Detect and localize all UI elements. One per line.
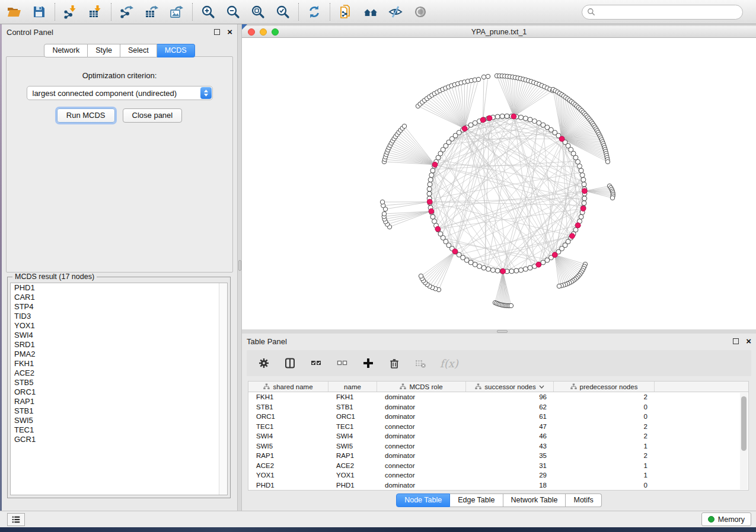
import-network-icon[interactable] — [62, 4, 79, 20]
tab-network-table[interactable]: Network Table — [503, 493, 566, 507]
cell-shared-name[interactable]: SWI4 — [248, 431, 328, 441]
create-column-plus-icon[interactable] — [362, 357, 375, 370]
mcds-result-item[interactable]: PMA2 — [11, 350, 227, 359]
cell-MCDS-role[interactable]: dominator — [377, 480, 466, 491]
table-scrollbar[interactable] — [740, 393, 748, 489]
run-mcds-button[interactable]: Run MCDS — [57, 108, 115, 123]
cell-MCDS-role[interactable]: connector — [377, 470, 466, 480]
cell-successor-nodes[interactable]: 31 — [466, 461, 554, 471]
column-header-shared-name[interactable]: shared name — [248, 382, 328, 392]
export-image-icon[interactable] — [168, 4, 185, 20]
search-input[interactable] — [599, 8, 738, 16]
float-panel-icon[interactable] — [733, 338, 739, 344]
column-header-MCDS-role[interactable]: MCDS role — [377, 382, 466, 392]
table-row[interactable]: YOX1YOX1connector291 — [248, 470, 748, 480]
cell-name[interactable]: FKH1 — [328, 392, 377, 402]
delete-column-trash-icon[interactable] — [388, 357, 401, 370]
cell-name[interactable]: SWI5 — [328, 441, 377, 451]
close-panel-button[interactable]: Close panel — [123, 108, 183, 123]
column-header-predecessor-nodes[interactable]: predecessor nodes — [554, 382, 655, 392]
cell-predecessor-nodes[interactable]: 0 — [554, 412, 655, 422]
cell-name[interactable]: YOX1 — [328, 470, 377, 480]
first-neighbors-icon[interactable] — [362, 4, 379, 20]
cell-predecessor-nodes[interactable]: 2 — [554, 431, 655, 441]
mcds-result-item[interactable]: CAR1 — [11, 293, 227, 302]
network-canvas[interactable] — [242, 38, 756, 329]
cell-shared-name[interactable]: ORC1 — [248, 412, 328, 422]
table-settings-gear-icon[interactable] — [257, 357, 270, 370]
mcds-result-item[interactable]: ACE2 — [11, 368, 227, 378]
float-panel-icon[interactable] — [214, 29, 220, 35]
panel-divider[interactable] — [237, 24, 242, 511]
zoom-out-icon[interactable] — [225, 4, 241, 20]
cell-successor-nodes[interactable]: 61 — [466, 412, 554, 422]
table-row[interactable]: RAP1RAP1dominator352 — [248, 451, 748, 461]
table-row[interactable]: SWI5SWI5connector431 — [248, 441, 748, 451]
cell-MCDS-role[interactable]: dominator — [377, 392, 466, 402]
cell-successor-nodes[interactable]: 96 — [466, 392, 554, 402]
cell-name[interactable]: ACE2 — [328, 461, 377, 471]
cell-name[interactable]: ORC1 — [328, 412, 377, 422]
show-columns-icon[interactable] — [283, 357, 296, 370]
cell-MCDS-role[interactable]: dominator — [377, 451, 466, 461]
cell-shared-name[interactable]: ACE2 — [248, 461, 328, 471]
tab-network[interactable]: Network — [44, 44, 88, 57]
cell-shared-name[interactable]: TEC1 — [248, 422, 328, 432]
import-table-icon[interactable] — [87, 4, 104, 20]
cell-name[interactable]: PHD1 — [328, 480, 377, 491]
table-row[interactable]: PHD1PHD1dominator180 — [248, 480, 748, 491]
table-row[interactable]: ORC1ORC1dominator610 — [248, 412, 748, 422]
cell-shared-name[interactable]: STB1 — [248, 402, 328, 412]
mcds-result-item[interactable]: YOX1 — [11, 321, 227, 331]
hide-selected-icon[interactable] — [387, 4, 404, 20]
cell-predecessor-nodes[interactable]: 1 — [554, 470, 655, 480]
search-box[interactable] — [582, 5, 743, 20]
cell-predecessor-nodes[interactable]: 0 — [554, 480, 655, 491]
close-panel-icon[interactable]: × — [227, 29, 232, 35]
network-graph[interactable] — [242, 38, 756, 329]
column-header-name[interactable]: name — [328, 382, 377, 392]
zoom-fit-icon[interactable] — [250, 4, 266, 20]
mcds-result-item[interactable]: SRD1 — [11, 340, 227, 350]
deselect-all-icon[interactable] — [336, 357, 349, 370]
tab-node-table[interactable]: Node Table — [396, 493, 450, 507]
cell-shared-name[interactable]: PHD1 — [248, 480, 328, 491]
mcds-result-item[interactable]: FKH1 — [11, 359, 227, 368]
mcds-result-item[interactable]: PHD1 — [11, 283, 227, 293]
cell-name[interactable]: TEC1 — [328, 422, 377, 432]
table-scrollbar-thumb[interactable] — [741, 396, 747, 451]
network-table-divider[interactable] — [242, 329, 756, 334]
tab-style[interactable]: Style — [88, 44, 120, 57]
cell-name[interactable]: RAP1 — [328, 451, 377, 461]
tab-mcds[interactable]: MCDS — [157, 44, 195, 57]
cell-name[interactable]: SWI4 — [328, 431, 377, 441]
cell-shared-name[interactable]: YOX1 — [248, 470, 328, 480]
close-panel-icon[interactable]: × — [746, 338, 751, 344]
cell-MCDS-role[interactable]: dominator — [377, 412, 466, 422]
cell-successor-nodes[interactable]: 35 — [466, 451, 554, 461]
mcds-result-item[interactable]: GCR1 — [11, 435, 227, 444]
table-row[interactable]: ACE2ACE2connector311 — [248, 461, 748, 471]
cell-MCDS-role[interactable]: dominator — [377, 402, 466, 412]
cell-name[interactable]: STB1 — [328, 402, 377, 412]
mcds-result-item[interactable]: TEC1 — [11, 425, 227, 435]
cell-predecessor-nodes[interactable]: 2 — [554, 392, 655, 402]
show-graphics-details-icon[interactable] — [412, 4, 429, 20]
refresh-icon[interactable] — [306, 4, 323, 20]
mcds-result-item[interactable]: STB1 — [11, 406, 227, 416]
cell-shared-name[interactable]: SWI5 — [248, 441, 328, 451]
cell-successor-nodes[interactable]: 29 — [466, 470, 554, 480]
zoom-selected-icon[interactable] — [275, 4, 291, 20]
cell-predecessor-nodes[interactable]: 1 — [554, 441, 655, 451]
criterion-select[interactable]: largest connected component (undirected) — [27, 86, 213, 100]
mcds-result-item[interactable]: SWI4 — [11, 331, 227, 340]
cell-shared-name[interactable]: RAP1 — [248, 451, 328, 461]
tab-select[interactable]: Select — [120, 44, 157, 57]
cell-MCDS-role[interactable]: connector — [377, 441, 466, 451]
cell-successor-nodes[interactable]: 43 — [466, 441, 554, 451]
zoom-in-icon[interactable] — [200, 4, 216, 20]
cell-predecessor-nodes[interactable]: 1 — [554, 461, 655, 471]
mcds-result-item[interactable]: SWI5 — [11, 416, 227, 425]
cell-MCDS-role[interactable]: dominator — [377, 431, 466, 441]
divider-handle[interactable] — [497, 330, 508, 333]
